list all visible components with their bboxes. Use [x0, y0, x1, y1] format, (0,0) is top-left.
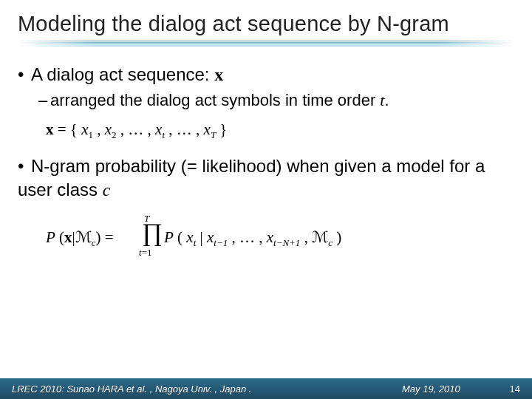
slide: Modeling the dialog act sequence by N-gr…	[0, 0, 532, 399]
slide-title: Modeling the dialog act sequence by N-gr…	[18, 12, 514, 36]
bullet-icon: •	[18, 154, 31, 178]
bullet-2-text: N-gram probability (= likelihood) when g…	[18, 156, 485, 200]
equation-1: x = { x1 , x2 , … , xt , … , xT }	[46, 119, 514, 141]
dash-icon: –	[38, 89, 50, 112]
footer-venue: LREC 2010: Sunao HARA et al. , Nagoya Un…	[12, 383, 402, 395]
bullet-icon: •	[18, 63, 31, 86]
footer-date: May 19, 2010	[402, 383, 498, 395]
footer-bar: LREC 2010: Sunao HARA et al. , Nagoya Un…	[0, 378, 532, 399]
svg-text:x
           = {
          x1
: x = { x1 , x2 , … , xt , … , xT }	[46, 120, 227, 140]
sub-1-text: arranged the dialog act symbols in time …	[50, 91, 380, 109]
bullet-2: •N-gram probability (= likelihood) when …	[18, 154, 514, 202]
footer-page: 14	[498, 383, 520, 395]
equation-2: P (x|ℳc) = ∏ T t=1 P ( xt | xt−1 , … , x…	[46, 213, 514, 262]
sub-1-suffix: .	[384, 91, 389, 109]
bullet-1-text: A dialog act sequence:	[31, 64, 214, 84]
svg-text:T: T	[144, 213, 150, 224]
svg-text:t=1: t=1	[139, 247, 151, 258]
svg-text:P (
          xt
          |
 : P ( xt | xt−1 , … , xt−N+1 , ℳc )	[163, 228, 341, 248]
bullet-1-var: x	[214, 65, 223, 84]
bullet-1: •A dialog act sequence: x	[18, 63, 514, 86]
title-underline	[18, 41, 514, 47]
slide-body: •A dialog act sequence: x –arranged the …	[18, 63, 514, 262]
svg-text:P (x|ℳc) =: P (x|ℳc) =	[46, 228, 114, 248]
sub-bullet-1: –arranged the dialog act symbols in time…	[38, 89, 514, 112]
bullet-2-var: c	[103, 180, 111, 200]
